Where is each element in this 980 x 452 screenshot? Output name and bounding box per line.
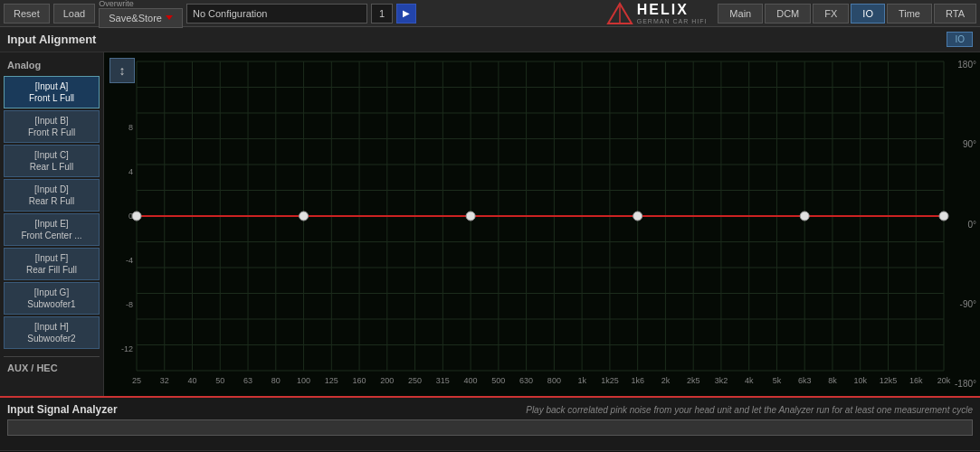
eq-chart-canvas[interactable] [104,52,980,396]
sidebar: Analog [Input A]Front L Full [Input B]Fr… [0,52,104,396]
analyzer-title: Input Signal Analyzer [7,403,118,416]
config-select[interactable] [186,4,367,24]
nav-rta[interactable]: RTA [934,4,976,24]
input-h-button[interactable]: [Input H]Subwoofer2 [4,316,100,349]
input-d-button[interactable]: [Input D]Rear R Full [4,179,100,212]
aux-label: AUX / HEC [4,356,100,375]
nav-buttons: Main DCM FX IO Time RTA [718,4,976,24]
chart-scroll-button[interactable]: ↕ [109,58,135,83]
input-c-button[interactable]: [Input C]Rear L Full [4,145,100,177]
top-bar: Reset Load Overwrite Save&Store ▶ HELIX … [0,0,980,27]
chart-wrapper: ↕ 180° 90° 0° -90° -180° [104,52,980,396]
analyzer-description: Play back correlated pink noise from you… [526,405,973,415]
nav-dcm[interactable]: DCM [765,4,811,24]
helix-logo: HELIX GERMAN CAR HIFI [606,2,708,25]
input-a-button[interactable]: [Input A]Front L Full [4,76,100,108]
nav-time[interactable]: Time [887,4,932,24]
page-title: Input Alignment [7,33,96,46]
input-g-button[interactable]: [Input G]Subwoofer1 [4,282,100,315]
load-button[interactable]: Load [53,4,95,24]
save-store-button[interactable]: Save&Store [99,8,183,28]
analyzer-header: Input Signal Analyzer Play back correlat… [7,403,973,416]
main-content: Analog [Input A]Front L Full [Input B]Fr… [0,52,980,396]
input-e-button[interactable]: [Input E]Front Center ... [4,213,100,246]
reset-button[interactable]: Reset [4,4,50,24]
nav-main[interactable]: Main [718,4,763,24]
analyzer-progress-bar [7,419,973,436]
overwrite-label: Overwrite [99,0,134,8]
nav-fx[interactable]: FX [813,4,849,24]
y-axis-right: 180° 90° 0° -90° -180° [947,52,980,396]
input-b-button[interactable]: [Input B]Front R Full [4,110,100,143]
section-header: Input Alignment IO [0,27,980,52]
config-num-input[interactable] [371,4,393,24]
config-icon-button[interactable]: ▶ [396,4,416,24]
io-badge[interactable]: IO [947,32,973,47]
dropdown-arrow-icon [166,15,173,20]
analog-label: Analog [4,58,100,72]
nav-io[interactable]: IO [851,4,885,24]
chart-area: ↕ 180° 90° 0° -90° -180° [104,52,980,396]
bottom-section: Input Signal Analyzer Play back correlat… [0,396,980,450]
input-f-button[interactable]: [Input F]Rear Fill Full [4,248,100,280]
